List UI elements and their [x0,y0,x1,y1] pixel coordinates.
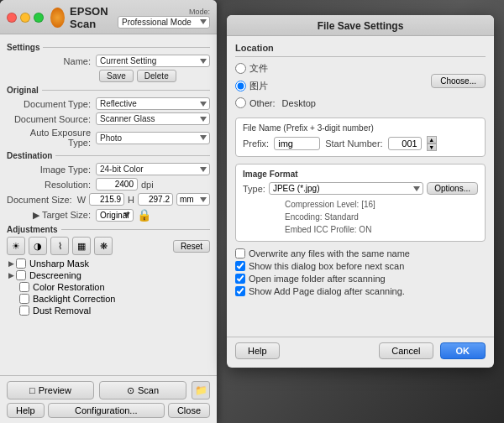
choose-button[interactable]: Choose... [431,74,486,88]
save-delete-row: Save Delete [7,70,210,82]
backlight-checkbox[interactable] [19,294,29,304]
overwrite-checkbox[interactable] [235,248,245,258]
start-num-input[interactable] [388,137,422,150]
adjustment-icons: ☀ ◑ ⌇ ▦ ❋ Reset [7,237,210,255]
descreening-checkbox[interactable] [16,270,26,280]
radio-other[interactable] [235,97,246,108]
spin-up[interactable]: ▲ [427,136,437,144]
epson-logo-area: EPSON Scan [50,5,118,30]
location-section-label: Location [235,43,486,53]
maximize-traffic-light[interactable] [34,13,44,23]
show-dialog-row: Show this dialog box before next scan [235,261,486,271]
resolution-input[interactable] [96,178,138,191]
radio-other-row: Other: Desktop [235,97,431,108]
image-type-select[interactable]: 24-bit Color [96,163,210,175]
name-select[interactable]: Current Setting [96,55,210,67]
descreening-expand: ▶ [8,271,14,279]
curve-icon-btn[interactable]: ⌇ [50,237,69,255]
number-spinner: ▲ ▼ [427,136,437,151]
type-row: Type: JPEG (*.jpg) Options... [243,182,478,195]
close-traffic-light[interactable] [7,13,17,23]
doc-source-select[interactable]: Scanner Glass [96,112,210,125]
destination-divider [55,155,210,156]
doc-type-row: Document Type: Reflective [7,97,210,110]
add-page-checkbox[interactable] [235,286,245,296]
spin-down[interactable]: ▼ [427,144,437,151]
add-page-row: Show Add Page dialog after scanning. [235,286,486,296]
color-restoration-checkbox[interactable] [19,282,29,292]
unsharp-checkbox[interactable] [16,258,26,269]
folder-icon-btn[interactable]: 📁 [192,381,210,400]
brightness-icon-btn[interactable]: ☀ [7,237,25,255]
resolution-row: Resolution: dpi [7,178,210,191]
histogram-icon-btn[interactable]: ▦ [72,237,91,255]
other-value: Desktop [282,98,316,108]
epson-app-title: EPSON Scan [70,5,118,30]
close-button[interactable]: Close [168,403,210,418]
auto-exp-select[interactable]: Photo [96,132,210,144]
preview-button[interactable]: □ Preview [7,381,94,400]
image-type-row: Image Type: 24-bit Color [7,163,210,175]
unsharp-expand: ▶ [8,259,14,268]
filename-title: File Name (Prefix + 3-digit number) [243,123,478,133]
filesave-footer: Help Cancel OK [227,337,494,368]
radio-tupian[interactable] [235,81,246,91]
compression-detail: Compression Level: [16] [285,198,478,211]
ok-button-filesave[interactable]: OK [440,342,486,359]
radio-other-label: Other: [249,98,276,108]
radio-wenj-label: 文件 [249,62,268,75]
type-select[interactable]: JPEG (*.jpg) [269,182,423,195]
original-section-header: Original [7,86,210,95]
location-area: 文件 图片 Other: Desktop Choose... [235,62,486,111]
filename-section: File Name (Prefix + 3-digit number) Pref… [235,118,486,157]
unit-select[interactable]: mm [176,193,210,206]
unsharp-row: ▶ Unsharp Mask [7,258,210,269]
reset-button[interactable]: Reset [173,240,210,253]
doc-source-label: Document Source: [7,114,91,124]
auto-exp-row: Auto Exposure Type: Photo [7,128,210,148]
target-select[interactable]: Original [96,209,134,222]
h-label: H [128,195,134,205]
epson-window-body: Settings Name: Current Setting Save Dele… [0,34,217,375]
embed-detail: Embed ICC Profile: ON [285,223,478,236]
config-button[interactable]: Configuration... [48,403,165,418]
descreening-row: ▶ Descreening [7,270,210,280]
contrast-icon-btn[interactable]: ◑ [29,237,47,255]
dpi-unit: dpi [141,180,154,190]
color-icon-btn[interactable]: ❋ [94,237,113,255]
dust-removal-row: Dust Removal [7,306,210,316]
doc-type-select[interactable]: Reflective [96,97,210,110]
help-button-main[interactable]: Help [7,403,45,418]
preview-icon: □ [29,385,35,395]
prefix-input[interactable] [274,137,320,150]
minimize-traffic-light[interactable] [20,13,30,23]
scan-button[interactable]: ⊙ Scan [99,381,186,400]
adjustments-section-header: Adjustments [7,225,210,234]
scan-icon: ⊙ [127,385,134,396]
filename-row: Prefix: Start Number: ▲ ▼ [243,136,478,151]
lock-icon: 🔒 [137,208,151,222]
epson-scan-window: EPSON Scan Mode: Professional Mode Setti… [0,0,217,423]
options-button[interactable]: Options... [427,182,478,195]
dust-removal-checkbox[interactable] [19,306,29,316]
overwrite-label: Overwrite any files with the same name [249,248,410,258]
help-button-filesave[interactable]: Help [235,342,280,359]
epson-footer: □ Preview ⊙ Scan 📁 Help Configuration...… [0,375,217,423]
mode-select[interactable]: Professional Mode [118,16,210,29]
prefix-label: Prefix: [243,138,269,149]
filesave-title: File Save Settings [318,20,404,32]
show-dialog-checkbox[interactable] [235,261,245,271]
color-restoration-label: Color Restoration [33,282,105,292]
cancel-button-filesave[interactable]: Cancel [379,342,433,359]
image-type-label: Image Type: [7,164,91,175]
help-config-close-row: Help Configuration... Close [7,403,210,418]
open-folder-checkbox[interactable] [235,274,245,284]
width-input[interactable] [89,193,124,206]
save-button[interactable]: Save [99,70,134,82]
delete-button[interactable]: Delete [137,70,176,82]
radio-wenj[interactable] [235,63,246,74]
height-input[interactable] [138,193,173,206]
target-size-row: ▶ Target Size: Original 🔒 [7,208,210,222]
unsharp-label: Unsharp Mask [29,258,89,269]
docsize-label: Document Size: [7,195,72,205]
